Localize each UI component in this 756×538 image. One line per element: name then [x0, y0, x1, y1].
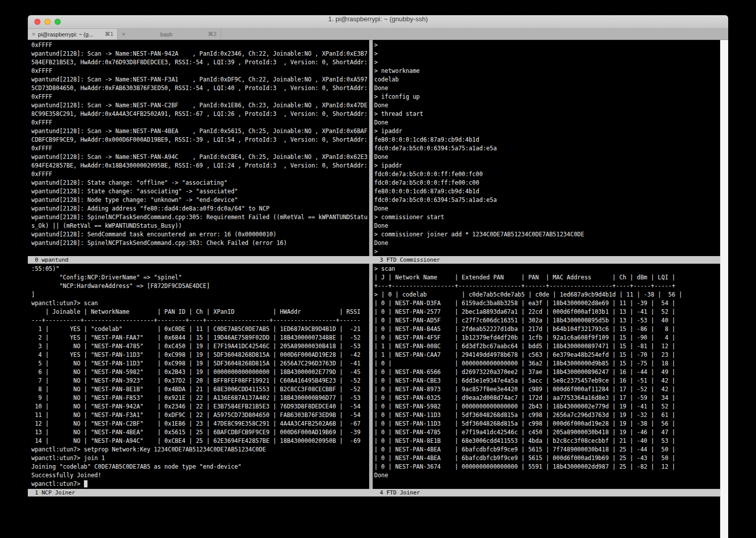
terminal-line: >	[374, 58, 720, 67]
terminal-line: Joining "codelab" C0DE7AB5C0DE7AB5 as no…	[31, 463, 369, 471]
table-row: | 1 | NEST-PAN-CAA7 | 294149dd4978b678 |…	[374, 351, 720, 359]
table-row: | 0 | NEST-PAN-0325 | d9eaa2d008d74ac7 |…	[374, 394, 720, 402]
table-row: > | 0 | codelab | c0de7ab5c0de7ab5 | c0d…	[374, 291, 720, 299]
tab-label: bash	[128, 31, 205, 37]
terminal-line: wpantund[2128]: Node type change: "unkno…	[31, 196, 369, 204]
pane-divider[interactable]	[369, 40, 373, 496]
tab-bash[interactable]: × bash ⌘2	[118, 29, 221, 39]
terminal-line: fdc0:de7a:b5c0:0:6394:5a75:a1ad:e5a	[374, 144, 720, 153]
terminal-line: wpantund[2128]: Scan -> Name:NEST-PAN-94…	[31, 50, 369, 58]
pane-ftd-joiner[interactable]: > scan| J | Network Name | Extended PAN …	[373, 264, 720, 489]
table-row: | 0 | NEST-PAN-B4A5 | 2fdeab52227d1dba |…	[374, 325, 720, 334]
terminal-line: wpanctl:utun7> join 1	[31, 454, 369, 463]
terminal-line: > ipaddr	[374, 161, 720, 170]
terminal-line: > commissioner start	[374, 213, 720, 222]
table-row: | 0 | NEST-PAN-AD5F | c27f7c606dc16351 |…	[374, 316, 720, 325]
terminal-line: 8C99E358C291, HwAddr:0x4A4A3C4FB2502A91,…	[31, 110, 369, 118]
table-row: 7 | NO | "NEST-PAN-3923" | 0x37D2 | 20 |…	[31, 377, 369, 385]
terminal-line: > ipaddr	[374, 127, 720, 136]
terminal-line: Done	[374, 84, 720, 93]
table-row: | 0 | NEST-PAN-CBE3 | 6dd3e1e9347e4a5a |…	[374, 377, 720, 385]
table-row: | 0 | NEST-PAN-2577 | 2bec1a8893da67a1 |…	[374, 308, 720, 316]
table-row: 10 | NO | "NEST-PAN-942A" | 0x2346 | 22 …	[31, 402, 369, 411]
table-row: | 0 | NEST-PAN-11D3 | 5df36048268d815a |…	[374, 420, 720, 428]
table-header: | J | Network Name | Extended PAN | PAN …	[374, 273, 720, 282]
table-row: | 0 | NEST-PAN-4F5F | 1b12379efd4df20b |…	[374, 334, 720, 342]
terminal-line: 0xFFFF	[31, 170, 369, 179]
table-row: | 0 | NEST-PAN-8973 | 9ac857f8ee3e4420 |…	[374, 385, 720, 394]
table-header: | Joinable | NetworkName | PAN ID | Ch |…	[31, 308, 369, 316]
terminal-line: ]	[31, 291, 369, 299]
table-row: 3 | NO | "NEST-PAN-4785" | 0xC450 | 19 |…	[31, 342, 369, 351]
pane-title-wpantund: 0 wpantund	[28, 256, 373, 264]
terminal-line: Done	[374, 204, 720, 213]
table-row: 9 | NO | "NEST-PAN-F853" | 0x921E | 22 |…	[31, 394, 369, 402]
tab-ssh-session[interactable]: × pi@raspberrypi: ~ (g... ⌘1	[28, 29, 118, 39]
pane-ftd-commissioner[interactable]: >>>> networknamecodelabDone> ifconfig up…	[373, 40, 720, 256]
table-row: 1 | YES | "codelab" | 0xC0DE | 11 | C0DE…	[31, 325, 369, 334]
terminal-line: "NCP:HardwareAddress" => [F872DF9CD5AE4D…	[31, 282, 369, 291]
tab-label: pi@raspberrypi: ~ (g...	[38, 31, 102, 37]
table-row: 13 | NO | "NEST-PAN-4BEA" | 0x5615 | 25 …	[31, 428, 369, 437]
terminal-line: Done	[374, 222, 720, 230]
close-tab-icon[interactable]: ×	[32, 31, 35, 38]
terminal-content: 0xFFFFwpantund[2128]: Scan -> Name:NEST-…	[28, 40, 728, 538]
close-tab-icon[interactable]: ×	[122, 31, 125, 38]
terminal-line: Done	[374, 153, 720, 161]
terminal-line: wpantund[2128]: Scan -> Name:NEST-PAN-A9…	[31, 153, 369, 161]
terminal-line: 0xFFFF	[31, 118, 369, 127]
terminal-line: wpantund[2128]: Scan -> Name:NEST-PAN-4B…	[31, 127, 369, 136]
table-row: | 0 | NEST-PAN-6566 | d26973220a370ee2 |…	[374, 368, 720, 377]
terminal-line: >	[374, 247, 720, 256]
table-row: 8 | NO | "NEST-PAN-8E1B" | 0x4BDA | 21 |…	[31, 385, 369, 394]
terminal-line: wpantund[2128]: SpinelNCPTaskSendCommand…	[31, 213, 369, 222]
terminal-cursor	[84, 480, 87, 487]
terminal-window: 1. pi@raspberrypi: ~ (gnubby-ssh) × pi@r…	[28, 15, 728, 538]
terminal-line: fdc0:de7a:b5c0:0:0:ff:fe00:fc00	[374, 170, 720, 179]
terminal-line: 0xFFFF	[31, 144, 369, 153]
terminal-line: wpantund[2128]: State change: "associati…	[31, 187, 369, 196]
terminal-line: Successfully Joined!	[31, 471, 369, 480]
terminal-line: fdc0:de7a:b5c0:0:6394:5a75:a1ad:e5a	[374, 196, 720, 204]
terminal-line: wpantund[2128]: Scan -> Name:NEST-PAN-F3…	[31, 75, 369, 84]
tab-shortcut: ⌘1	[105, 31, 113, 37]
pane-title-ftd-joiner: 4 FTD Joiner	[373, 489, 720, 496]
table-row: 11 | NO | "NEST-PAN-F3A1" | 0xDF9C | 22 …	[31, 411, 369, 420]
tab-shortcut: ⌘2	[208, 31, 216, 37]
terminal-line: > ifconfig up	[374, 93, 720, 101]
pane-wpantund[interactable]: 0xFFFFwpantund[2128]: Scan -> Name:NEST-…	[28, 40, 369, 256]
desktop-background: 1. pi@raspberrypi: ~ (gnubby-ssh) × pi@r…	[0, 0, 756, 538]
table-row: | 0 | NEST-PAN-5982 | 0000000000000000 |…	[374, 402, 720, 411]
terminal-line: Done	[374, 239, 720, 247]
table-separator: ---+----------+--------------------+----…	[31, 316, 369, 325]
table-row: | 0 | NEST-PAN-4BEA | 6bafcdbfcb9f9ce9 |…	[374, 445, 720, 454]
terminal-line: wpantund[2128]: Adding address "fe80::da…	[31, 204, 369, 213]
table-row: | 0 | NEST-PAN-3674 | 0000000000000000 |…	[374, 463, 720, 471]
terminal-line: 0xFFFF	[31, 93, 369, 101]
terminal-line: "Config:NCP:DriverName" => "spinel"	[31, 273, 369, 282]
table-row: | 0 | NEST-PAN-8E1B | 68e3006cdd411553 |…	[374, 437, 720, 445]
pane-ncp-joiner[interactable]: :55:05)" "Config:NCP:DriverName" => "spi…	[28, 264, 369, 489]
table-row: | 0 | NEST-PAN-11D3 | 5df36048268d815a |…	[374, 411, 720, 420]
scrollbar[interactable]	[720, 40, 728, 538]
table-row: 14 | NO | "NEST-PAN-A94C" | 0xCBE4 | 25 …	[31, 437, 369, 445]
terminal-line: fe80:0:0:0:1cd6:87a9:cb9d:4b1d	[374, 187, 720, 196]
terminal-line: > scan	[374, 265, 720, 273]
table-row: | 0 | | 0000000000000000 | 36a2 | 18b430…	[374, 359, 720, 368]
terminal-line: fdc0:de7a:b5c0:0:0:ff:fe00:c00	[374, 179, 720, 187]
terminal-line: > thread start	[374, 110, 720, 118]
terminal-line: Done	[374, 471, 720, 480]
table-row: 12 | NO | "NEST-PAN-C2BF" | 0x1E86 | 23 …	[31, 420, 369, 428]
terminal-line: Done	[374, 118, 720, 127]
window-titlebar[interactable]: 1. pi@raspberrypi: ~ (gnubby-ssh)	[28, 15, 728, 29]
table-separator: +---+------------------+----------------…	[374, 282, 720, 291]
table-row: | 0 | NEST-PAN-D3FA | 6159adc3ba8b3258 |…	[374, 299, 720, 308]
table-row: 2 | YES | "NEST-PAN-FAA7" | 0x6844 | 15 …	[31, 334, 369, 342]
terminal-line: CDBFCB9F9CE9, HwAddr:0x000D6F000AD19BE9,…	[31, 136, 369, 144]
table-row: 4 | YES | "NEST-PAN-11D3" | 0xC998 | 19 …	[31, 351, 369, 359]
terminal-line: >	[374, 41, 720, 50]
terminal-line: 584EFB21B5E3, HwAddr:0x76D93D8F8DEDCEE3,…	[31, 58, 369, 67]
pane-title-ftd-commissioner: 3 FTD Commissioner	[373, 256, 720, 264]
terminal-line: fe80:0:0:0:1cd6:87a9:cb9d:4b1d	[374, 136, 720, 144]
table-row: | 0 | NEST-PAN-4785 | e7f19a41dc42546c |…	[374, 428, 720, 437]
